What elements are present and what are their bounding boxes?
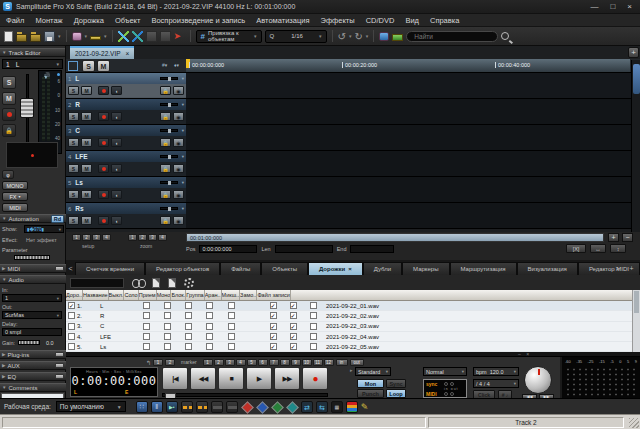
grid-settings-icon[interactable]: ▦ <box>331 401 343 413</box>
track-solo-button[interactable]: S <box>68 190 79 199</box>
mono-checkbox[interactable] <box>206 312 213 319</box>
track-lane[interactable] <box>186 151 640 177</box>
track-solo-button[interactable]: S <box>68 216 79 225</box>
track-solo-button[interactable]: S <box>68 138 79 147</box>
import-file-icon[interactable] <box>30 34 41 42</box>
h-zoom-button[interactable]: ↔ <box>590 244 606 253</box>
track-name[interactable]: L <box>75 75 79 82</box>
marker-button[interactable]: 11 <box>313 359 323 366</box>
record-mode-select[interactable]: Standard▾ <box>355 367 391 376</box>
stop-button[interactable]: ■ <box>218 367 244 390</box>
menu-item[interactable]: Файл <box>6 16 24 25</box>
rewind-button[interactable]: ◀◀ <box>190 367 216 390</box>
freeze-checkbox[interactable] <box>310 302 317 309</box>
grid-view-icon[interactable] <box>68 61 78 71</box>
parameter-slider[interactable] <box>14 255 50 260</box>
arranger-vertical-scrollbar[interactable] <box>631 60 640 232</box>
arrange-checkbox[interactable] <box>270 343 277 350</box>
table-row[interactable]: 1. L 2021-09-22_01.wav <box>66 301 632 311</box>
position-field[interactable]: 0:00:00:000 <box>199 245 257 253</box>
track-automation-icon[interactable]: ◉ <box>173 86 184 95</box>
cut-objects-icon[interactable] <box>118 31 129 42</box>
marker-button[interactable]: 2 <box>214 359 224 366</box>
lock-checkbox[interactable] <box>228 323 235 330</box>
track-solo-button[interactable]: S <box>68 112 79 121</box>
print-list-icon[interactable] <box>168 278 176 288</box>
marker-button[interactable]: 4 <box>236 359 246 366</box>
docker-tab[interactable]: Визуализация× <box>517 262 578 275</box>
tempo-select[interactable]: bpm120.0▾ <box>473 367 519 376</box>
split-objects-icon[interactable] <box>132 31 143 42</box>
marker-button[interactable]: 8 <box>280 359 290 366</box>
docker-tab[interactable]: Маркеры× <box>402 262 449 275</box>
snap-mode-select[interactable]: # Привязка к объектам ▾ <box>196 30 262 43</box>
time-signature-select[interactable]: / 4 / 4▾ <box>473 379 519 388</box>
input-checkbox[interactable] <box>185 343 192 350</box>
automation-read-badge[interactable]: Rd <box>51 215 64 223</box>
mono-checkbox[interactable] <box>206 302 213 309</box>
play-cursor-mode-icon[interactable] <box>166 401 178 413</box>
grid-toggle-icon[interactable]: ♦▾ <box>174 62 179 68</box>
draw-mode-caret-icon[interactable]: ▾ <box>104 33 107 39</box>
aux-section-button[interactable] <box>55 363 64 368</box>
menu-item[interactable]: Эффекты <box>321 16 355 25</box>
add-project-tab-button[interactable]: + <box>628 47 639 58</box>
punch-out-button[interactable]: out <box>350 359 364 366</box>
mute-checkbox[interactable] <box>143 312 150 319</box>
lock-checkbox[interactable] <box>228 302 235 309</box>
crossfade-editor-icon[interactable]: ➤ <box>174 31 185 42</box>
plugins-section-header[interactable]: ▶Plug-ins <box>0 350 66 359</box>
mono-checkbox[interactable] <box>206 333 213 340</box>
range-back-icon[interactable]: ↰ <box>146 359 151 366</box>
forward-button[interactable]: ▶▶ <box>274 367 300 390</box>
record-arm-button[interactable] <box>2 108 16 121</box>
time-display[interactable]: Hours : Min : Sec : MilliSec 0:00:00:000… <box>70 367 158 397</box>
track-solo-button[interactable]: S <box>68 164 79 173</box>
docker-tab[interactable]: Объекты× <box>261 262 308 275</box>
tabs-scroll-right[interactable]: > <box>613 262 622 275</box>
row-select-checkbox[interactable] <box>68 302 75 309</box>
cd-sub-index-icon[interactable] <box>286 401 298 413</box>
table-row[interactable]: 3. C 2021-09-22_03.wav <box>66 322 632 332</box>
undo-icon[interactable]: ↺ <box>338 31 346 42</box>
mixer-checkbox[interactable] <box>290 333 297 340</box>
end-field[interactable] <box>350 245 394 253</box>
track-lane[interactable] <box>186 99 640 125</box>
setup-button[interactable]: 1 <box>72 234 81 241</box>
track-name[interactable]: C <box>75 127 80 134</box>
fit-project-button[interactable]: [X] <box>566 244 586 253</box>
mute-button[interactable]: M <box>2 92 16 105</box>
mute-checkbox[interactable] <box>143 323 150 330</box>
freeze-checkbox[interactable] <box>310 312 317 319</box>
aux-section-header[interactable]: ▶AUX <box>0 361 66 370</box>
table-column-header[interactable]: Моно <box>157 290 172 300</box>
search-input[interactable]: Найти <box>406 31 498 42</box>
track-lane[interactable] <box>186 73 640 99</box>
draw-mode-icon[interactable] <box>90 36 101 40</box>
tape-range-icon[interactable] <box>196 401 208 413</box>
menu-item[interactable]: CD/DVD <box>366 16 395 25</box>
eq-section-button[interactable] <box>55 374 64 379</box>
track-monitor-icon[interactable]: ◖ <box>111 216 122 225</box>
mono-checkbox[interactable] <box>206 323 213 330</box>
lock-track-icon[interactable]: 🔒 <box>2 124 16 137</box>
track-automation-icon[interactable]: ◉ <box>173 164 184 173</box>
eq-section-header[interactable]: ▶EQ <box>0 372 66 381</box>
track-volume-slider[interactable] <box>160 155 178 158</box>
mono-button[interactable]: MONO <box>2 181 28 190</box>
zoom-preset-button[interactable]: 2 <box>138 234 147 241</box>
trim-objects-icon[interactable] <box>160 31 171 42</box>
transport-divider[interactable]: ▸ <box>350 367 353 397</box>
table-column-header[interactable]: Прием <box>139 290 157 300</box>
table-vertical-scrollbar[interactable] <box>632 290 640 352</box>
track-header[interactable]: 4 LFE ▾ S M ◖ 🔒 ◉ <box>66 151 186 177</box>
track-editor-header[interactable]: ▼Track Editor <box>0 48 65 57</box>
sync-button[interactable]: Sync <box>386 379 406 388</box>
timeline-ruler[interactable]: 00:00:00:00000:00:20:00000:00:40:000 <box>186 59 630 73</box>
marker-button[interactable]: 12 <box>324 359 334 366</box>
mono-checkbox[interactable] <box>206 343 213 350</box>
redo-caret-icon[interactable]: ▾ <box>366 33 369 39</box>
audio-out-select[interactable]: SurMas▾ <box>2 311 62 319</box>
track-mute-button[interactable]: M <box>81 86 92 95</box>
maximize-button[interactable]: □ <box>610 2 615 11</box>
